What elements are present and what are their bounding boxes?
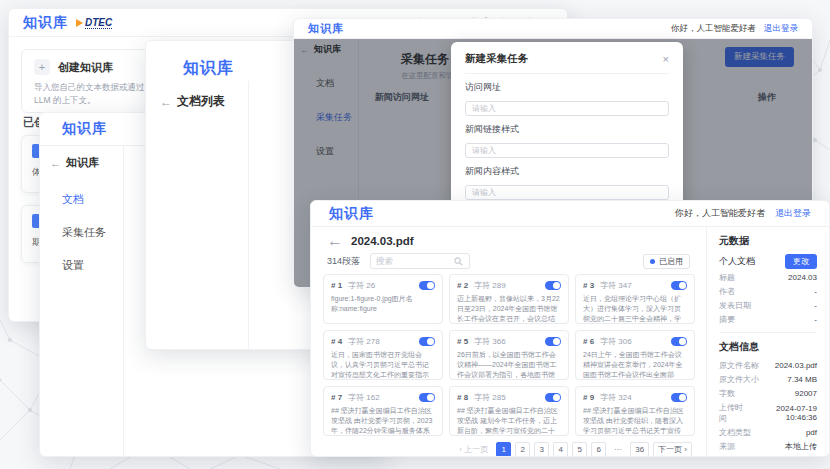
segment-toggle[interactable] (419, 281, 435, 290)
back-button[interactable]: ← 文档列表 (160, 93, 248, 110)
segment-toggle[interactable] (545, 393, 561, 402)
prev-page-button[interactable]: ‹ 上一页 (455, 442, 492, 457)
back-arrow-icon: ← (50, 157, 61, 169)
desktop-stage: { "icons": { "plus": "+", "back_arrow": … (0, 0, 830, 469)
sidebar-item-docs[interactable]: 文档 (62, 192, 123, 207)
doc-info-heading: 文档信息 (719, 340, 817, 354)
plus-icon: + (34, 59, 50, 75)
page-ellipsis: ··· (610, 442, 626, 457)
app-logo: 知识库 (62, 120, 107, 138)
field-label-link-style: 新闻链接样式 (465, 123, 669, 136)
segment-count: 314段落 (327, 255, 360, 268)
field-label-content-style: 新闻内容样式 (465, 165, 669, 178)
sidebar-item-settings[interactable]: 设置 (62, 258, 123, 273)
app-logo: 知识库 (23, 14, 68, 32)
window-document-viewer: 知识库 你好，人工智能爱好者 退出登录 ← 2024.03.pdf 314段落 (310, 200, 830, 457)
segment-card[interactable]: # 5字符 36626日前后，以全国图书馆工作会议精神——2024年全国图书馆工… (449, 330, 569, 380)
modal-title: 新建采集任务 (465, 52, 528, 66)
app-logo: 知识库 (329, 205, 374, 223)
news-link-style-field[interactable] (465, 143, 669, 158)
segment-grid: # 1字符 26figure:1-figure-0.jpg图片名称:name:f… (311, 270, 706, 436)
segment-card[interactable]: # 7字符 162## 坚决打赢全国编目工作自治区攻坚战 由社党委学习贯彻，20… (323, 386, 443, 436)
pagination: ‹ 上一页 1 2 3 4 5 6 ··· 36 下一页 › (311, 436, 706, 457)
page-button-36[interactable]: 36 (630, 442, 649, 457)
news-content-style-field[interactable] (465, 185, 669, 200)
search-icon (454, 257, 463, 266)
change-button[interactable]: 更改 (785, 254, 817, 269)
document-title: 2024.03.pdf (351, 235, 414, 247)
segment-toggle[interactable] (419, 393, 435, 402)
metadata-panel: 元数据 个人文档 更改 标题2024.03 作者- 发表日期- 摘要- 文档信息… (707, 227, 829, 456)
segment-card[interactable]: # 2字符 289迈上新视野，音像站以来，3月22日至23日，2024年全国图书… (449, 274, 569, 324)
sidebar-item-collect-tasks[interactable]: 采集任务 (62, 225, 123, 240)
back-button[interactable]: ← 知识库 (50, 155, 123, 170)
field-label-url: 访问网址 (465, 81, 669, 94)
enabled-dot-icon (650, 259, 655, 264)
back-arrow-icon[interactable]: ← (327, 232, 343, 250)
page-button-4[interactable]: 4 (553, 442, 568, 457)
page-button-3[interactable]: 3 (534, 442, 549, 457)
segment-toggle[interactable] (671, 281, 687, 290)
segment-toggle[interactable] (545, 281, 561, 290)
logout-link[interactable]: 退出登录 (775, 207, 811, 220)
logout-link[interactable]: 退出登录 (764, 23, 798, 35)
segment-card[interactable]: # 6字符 30624日上午，全国图书馆工作会议精神宣讲会在京举行，2024年全… (575, 330, 695, 380)
segment-toggle[interactable] (671, 393, 687, 402)
user-greeting: 你好，人工智能爱好者 (675, 207, 765, 220)
segment-toggle[interactable] (419, 337, 435, 346)
app-logo: 知识库 (308, 21, 344, 36)
doc-type-label: 个人文档 (719, 255, 755, 268)
metadata-heading: 元数据 (719, 234, 817, 248)
url-field[interactable] (465, 101, 669, 116)
page-button-1[interactable]: 1 (496, 442, 511, 457)
page-button-5[interactable]: 5 (572, 442, 587, 457)
segment-toggle[interactable] (545, 337, 561, 346)
segment-toggle[interactable] (671, 337, 687, 346)
segment-card[interactable]: # 9字符 324## 坚决打赢全国编目工作自治区攻坚战 由社党委组织，随着深入… (575, 386, 695, 436)
back-arrow-icon: ← (160, 95, 172, 109)
window-c-sidebar: ← 知识库 文档 采集任务 设置 (40, 146, 124, 456)
dtec-arrow-icon (76, 19, 83, 27)
search-input[interactable] (376, 256, 454, 266)
segment-area: ← 2024.03.pdf 314段落 已启用 # 1字符 26figure: (311, 227, 707, 456)
page-button-6[interactable]: 6 (591, 442, 606, 457)
dtec-logo: DTEC (76, 17, 112, 29)
page-button-2[interactable]: 2 (515, 442, 530, 457)
status-badge-enabled[interactable]: 已启用 (643, 254, 690, 269)
segment-card[interactable]: # 8字符 285## 坚决打赢全国编目工作自治区攻坚战 规划今年工作任务，迈上… (449, 386, 569, 436)
segment-card[interactable]: # 3字符 347近日，党组理论学习中心组（扩大）进行集体学习，深入学习贯彻党的… (575, 274, 695, 324)
segment-card[interactable]: # 1字符 26figure:1-figure-0.jpg图片名称:name:f… (323, 274, 443, 324)
next-page-button[interactable]: 下一页 › (653, 442, 692, 457)
segment-search[interactable] (370, 253, 470, 269)
app-logo: 知识库 (183, 58, 234, 79)
segment-card[interactable]: # 4字符 278近日，国家图书馆召开党组会议，认真学习贯彻习近平总书记对宣传思… (323, 330, 443, 380)
window-b-sidebar: ← 文档列表 (146, 81, 249, 349)
user-greeting: 你好，人工智能爱好者 (671, 23, 756, 35)
close-icon[interactable]: × (663, 54, 669, 65)
